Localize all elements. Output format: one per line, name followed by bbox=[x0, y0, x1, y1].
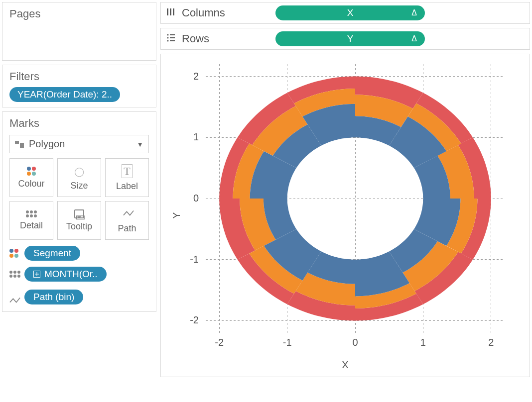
mark-tooltip-button[interactable]: Tooltip bbox=[57, 201, 101, 240]
columns-pill-x[interactable]: X Δ bbox=[275, 5, 425, 20]
svg-text:-1: -1 bbox=[190, 254, 199, 265]
columns-icon bbox=[166, 6, 176, 19]
pill-segment[interactable]: Segment bbox=[24, 246, 80, 261]
rows-label: Rows bbox=[182, 32, 209, 45]
x-axis-label: X bbox=[342, 359, 348, 371]
pill-month[interactable]: MONTH(Or.. bbox=[24, 267, 107, 282]
filter-pill-label: YEAR(Order Date): 2.. bbox=[17, 89, 112, 100]
mark-btn-label: Path bbox=[118, 223, 136, 234]
columns-shelf[interactable]: Columns X Δ bbox=[160, 2, 530, 24]
svg-point-3 bbox=[167, 34, 169, 36]
expand-icon[interactable] bbox=[33, 271, 40, 278]
colour-icon bbox=[9, 249, 20, 258]
svg-text:2: 2 bbox=[488, 337, 494, 348]
filters-shelf[interactable]: Filters YEAR(Order Date): 2.. bbox=[2, 65, 156, 107]
mark-btn-label: Label bbox=[116, 181, 138, 192]
mark-detail-button[interactable]: Detail bbox=[9, 201, 53, 240]
mark-label-button[interactable]: T Label bbox=[105, 158, 149, 197]
rows-pill-y[interactable]: Y Δ bbox=[275, 31, 425, 46]
mark-btn-label: Size bbox=[70, 181, 88, 191]
path-icon bbox=[120, 207, 134, 220]
marks-title: Marks bbox=[9, 117, 149, 130]
mark-btn-label: Colour bbox=[18, 179, 44, 189]
visualization-pane[interactable]: Y X -2-1012-2-1012 bbox=[160, 54, 530, 377]
polygon-icon bbox=[15, 141, 24, 148]
mark-path-button[interactable]: Path bbox=[105, 201, 149, 240]
mark-type-select[interactable]: Polygon ▼ bbox=[9, 135, 149, 153]
agg-icon: Δ bbox=[411, 8, 417, 17]
pages-shelf[interactable]: Pages bbox=[2, 2, 156, 61]
mark-assignment-colour[interactable]: Segment bbox=[9, 246, 149, 261]
svg-rect-1 bbox=[170, 8, 171, 15]
mark-size-button[interactable]: Size bbox=[57, 158, 101, 197]
chevron-down-icon: ▼ bbox=[136, 140, 143, 148]
svg-point-5 bbox=[167, 37, 169, 39]
agg-icon: Δ bbox=[411, 34, 417, 43]
detail-icon bbox=[9, 271, 20, 278]
chart-canvas: -2-1012-2-1012 bbox=[161, 54, 530, 373]
svg-text:0: 0 bbox=[193, 193, 199, 203]
mark-btn-label: Detail bbox=[20, 220, 43, 231]
pill-label: MONTH(Or.. bbox=[44, 269, 98, 280]
svg-rect-8 bbox=[170, 40, 175, 41]
y-axis-label: Y bbox=[171, 212, 182, 218]
filter-pill-year[interactable]: YEAR(Order Date): 2.. bbox=[9, 87, 120, 102]
detail-icon bbox=[26, 210, 37, 217]
pill-label: Segment bbox=[33, 248, 71, 259]
svg-rect-0 bbox=[167, 8, 168, 15]
svg-text:1: 1 bbox=[420, 337, 426, 348]
tooltip-icon bbox=[74, 209, 84, 218]
svg-text:-2: -2 bbox=[190, 314, 199, 325]
columns-label: Columns bbox=[182, 6, 225, 19]
filters-title: Filters bbox=[9, 70, 149, 83]
pill-label: Path (bin) bbox=[33, 292, 74, 302]
path-icon bbox=[9, 288, 20, 306]
svg-rect-6 bbox=[170, 37, 175, 38]
rows-icon bbox=[166, 32, 176, 45]
svg-text:2: 2 bbox=[193, 71, 199, 82]
svg-rect-4 bbox=[170, 34, 175, 35]
svg-rect-2 bbox=[173, 8, 174, 15]
label-icon: T bbox=[122, 164, 132, 178]
mark-colour-button[interactable]: Colour bbox=[9, 158, 53, 197]
svg-text:0: 0 bbox=[352, 337, 358, 348]
mark-assignment-detail[interactable]: MONTH(Or.. bbox=[9, 267, 149, 282]
svg-point-7 bbox=[167, 40, 169, 42]
pill-label: Y bbox=[347, 33, 354, 44]
svg-text:1: 1 bbox=[193, 131, 199, 142]
rows-shelf[interactable]: Rows Y Δ bbox=[160, 28, 530, 50]
pill-label: X bbox=[347, 7, 354, 18]
svg-text:-2: -2 bbox=[215, 337, 224, 348]
marks-card: Marks Polygon ▼ Colour Size T bbox=[2, 111, 156, 312]
mark-assignment-path[interactable]: Path (bin) bbox=[9, 288, 149, 306]
size-icon bbox=[74, 165, 84, 178]
pages-title: Pages bbox=[9, 7, 149, 20]
colour-icon bbox=[27, 167, 36, 176]
mark-type-label: Polygon bbox=[29, 138, 65, 150]
pill-path-bin[interactable]: Path (bin) bbox=[24, 290, 83, 304]
svg-text:-1: -1 bbox=[283, 337, 292, 348]
